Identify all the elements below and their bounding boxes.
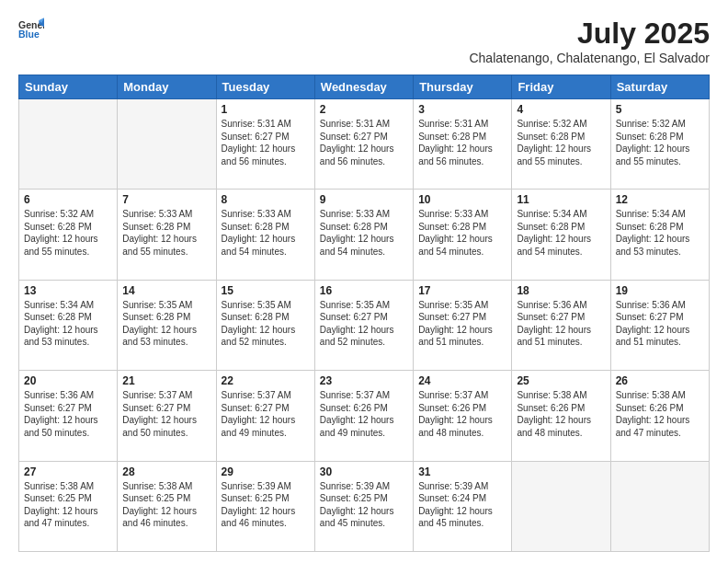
header-sunday: Sunday: [19, 75, 118, 99]
day-info: Sunrise: 5:39 AM Sunset: 6:24 PM Dayligh…: [418, 480, 506, 530]
header: General Blue July 2025 Chalatenango, Cha…: [18, 17, 710, 65]
day-info: Sunrise: 5:39 AM Sunset: 6:25 PM Dayligh…: [320, 480, 408, 530]
table-row: [610, 461, 709, 551]
table-row: 30Sunrise: 5:39 AM Sunset: 6:25 PM Dayli…: [314, 461, 413, 551]
day-info: Sunrise: 5:35 AM Sunset: 6:28 PM Dayligh…: [122, 299, 210, 349]
day-info: Sunrise: 5:31 AM Sunset: 6:27 PM Dayligh…: [320, 118, 408, 167]
table-row: 13Sunrise: 5:34 AM Sunset: 6:28 PM Dayli…: [19, 280, 118, 370]
day-number: 17: [418, 284, 506, 297]
table-row: 19Sunrise: 5:36 AM Sunset: 6:27 PM Dayli…: [610, 280, 709, 370]
header-saturday: Saturday: [610, 75, 709, 99]
day-info: Sunrise: 5:37 AM Sunset: 6:27 PM Dayligh…: [222, 389, 310, 439]
table-row: 11Sunrise: 5:34 AM Sunset: 6:28 PM Dayli…: [512, 190, 610, 280]
table-row: 12Sunrise: 5:34 AM Sunset: 6:28 PM Dayli…: [610, 190, 709, 280]
table-row: 24Sunrise: 5:37 AM Sunset: 6:26 PM Dayli…: [414, 371, 512, 461]
day-number: 18: [517, 284, 605, 297]
day-info: Sunrise: 5:33 AM Sunset: 6:28 PM Dayligh…: [418, 208, 506, 258]
day-number: 23: [320, 374, 408, 387]
table-row: 16Sunrise: 5:35 AM Sunset: 6:27 PM Dayli…: [314, 280, 413, 370]
day-number: 19: [616, 284, 704, 297]
table-row: 22Sunrise: 5:37 AM Sunset: 6:27 PM Dayli…: [216, 371, 314, 461]
day-info: Sunrise: 5:35 AM Sunset: 6:27 PM Dayligh…: [320, 299, 408, 349]
day-number: 16: [320, 284, 408, 297]
day-number: 6: [24, 193, 112, 206]
day-number: 25: [517, 374, 605, 387]
weekday-header-row: Sunday Monday Tuesday Wednesday Thursday…: [19, 75, 710, 99]
day-number: 14: [122, 284, 210, 297]
svg-text:Blue: Blue: [18, 29, 40, 40]
day-info: Sunrise: 5:39 AM Sunset: 6:25 PM Dayligh…: [222, 480, 310, 530]
header-monday: Monday: [118, 75, 216, 99]
day-number: 3: [418, 103, 506, 116]
calendar-table: Sunday Monday Tuesday Wednesday Thursday…: [18, 75, 710, 552]
day-number: 5: [616, 103, 704, 116]
day-number: 20: [24, 374, 112, 387]
page: General Blue July 2025 Chalatenango, Cha…: [0, 0, 728, 563]
table-row: 28Sunrise: 5:38 AM Sunset: 6:25 PM Dayli…: [118, 461, 216, 551]
calendar-week-row: 27Sunrise: 5:38 AM Sunset: 6:25 PM Dayli…: [19, 461, 710, 551]
day-info: Sunrise: 5:38 AM Sunset: 6:25 PM Dayligh…: [122, 480, 210, 530]
header-wednesday: Wednesday: [314, 75, 413, 99]
header-tuesday: Tuesday: [216, 75, 314, 99]
day-info: Sunrise: 5:35 AM Sunset: 6:28 PM Dayligh…: [222, 299, 310, 349]
day-number: 15: [222, 284, 310, 297]
day-number: 7: [122, 193, 210, 206]
table-row: [512, 461, 610, 551]
table-row: 18Sunrise: 5:36 AM Sunset: 6:27 PM Dayli…: [512, 280, 610, 370]
calendar-week-row: 13Sunrise: 5:34 AM Sunset: 6:28 PM Dayli…: [19, 280, 710, 370]
day-info: Sunrise: 5:33 AM Sunset: 6:28 PM Dayligh…: [122, 208, 210, 258]
day-info: Sunrise: 5:38 AM Sunset: 6:25 PM Dayligh…: [24, 480, 112, 530]
table-row: 4Sunrise: 5:32 AM Sunset: 6:28 PM Daylig…: [512, 99, 610, 190]
table-row: 15Sunrise: 5:35 AM Sunset: 6:28 PM Dayli…: [216, 280, 314, 370]
day-info: Sunrise: 5:36 AM Sunset: 6:27 PM Dayligh…: [616, 299, 704, 349]
day-number: 28: [122, 465, 210, 478]
table-row: 14Sunrise: 5:35 AM Sunset: 6:28 PM Dayli…: [118, 280, 216, 370]
calendar-week-row: 1Sunrise: 5:31 AM Sunset: 6:27 PM Daylig…: [19, 99, 710, 190]
day-info: Sunrise: 5:33 AM Sunset: 6:28 PM Dayligh…: [222, 208, 310, 258]
table-row: [118, 99, 216, 190]
day-info: Sunrise: 5:32 AM Sunset: 6:28 PM Dayligh…: [517, 118, 605, 167]
day-info: Sunrise: 5:38 AM Sunset: 6:26 PM Dayligh…: [616, 389, 704, 439]
day-number: 21: [122, 374, 210, 387]
header-friday: Friday: [512, 75, 610, 99]
day-info: Sunrise: 5:34 AM Sunset: 6:28 PM Dayligh…: [517, 208, 605, 258]
day-info: Sunrise: 5:31 AM Sunset: 6:28 PM Dayligh…: [418, 118, 506, 167]
day-number: 13: [24, 284, 112, 297]
table-row: 26Sunrise: 5:38 AM Sunset: 6:26 PM Dayli…: [610, 371, 709, 461]
calendar-week-row: 6Sunrise: 5:32 AM Sunset: 6:28 PM Daylig…: [19, 190, 710, 280]
day-number: 22: [222, 374, 310, 387]
day-number: 27: [24, 465, 112, 478]
day-number: 8: [222, 193, 310, 206]
generalblue-logo-icon: General Blue: [18, 17, 44, 42]
table-row: 9Sunrise: 5:33 AM Sunset: 6:28 PM Daylig…: [314, 190, 413, 280]
day-info: Sunrise: 5:36 AM Sunset: 6:27 PM Dayligh…: [24, 389, 112, 439]
table-row: 8Sunrise: 5:33 AM Sunset: 6:28 PM Daylig…: [216, 190, 314, 280]
table-row: 29Sunrise: 5:39 AM Sunset: 6:25 PM Dayli…: [216, 461, 314, 551]
day-info: Sunrise: 5:37 AM Sunset: 6:27 PM Dayligh…: [122, 389, 210, 439]
day-number: 29: [222, 465, 310, 478]
table-row: 27Sunrise: 5:38 AM Sunset: 6:25 PM Dayli…: [19, 461, 118, 551]
day-number: 31: [418, 465, 506, 478]
table-row: 20Sunrise: 5:36 AM Sunset: 6:27 PM Dayli…: [19, 371, 118, 461]
table-row: 31Sunrise: 5:39 AM Sunset: 6:24 PM Dayli…: [414, 461, 512, 551]
table-row: 7Sunrise: 5:33 AM Sunset: 6:28 PM Daylig…: [118, 190, 216, 280]
day-info: Sunrise: 5:36 AM Sunset: 6:27 PM Dayligh…: [517, 299, 605, 349]
calendar-subtitle: Chalatenango, Chalatenango, El Salvador: [469, 51, 710, 65]
day-number: 11: [517, 193, 605, 206]
day-number: 2: [320, 103, 408, 116]
day-number: 26: [616, 374, 704, 387]
table-row: 5Sunrise: 5:32 AM Sunset: 6:28 PM Daylig…: [610, 99, 709, 190]
table-row: [19, 99, 118, 190]
day-info: Sunrise: 5:32 AM Sunset: 6:28 PM Dayligh…: [24, 208, 112, 258]
table-row: 1Sunrise: 5:31 AM Sunset: 6:27 PM Daylig…: [216, 99, 314, 190]
calendar-week-row: 20Sunrise: 5:36 AM Sunset: 6:27 PM Dayli…: [19, 371, 710, 461]
calendar-title: July 2025: [469, 17, 710, 51]
day-info: Sunrise: 5:35 AM Sunset: 6:27 PM Dayligh…: [418, 299, 506, 349]
title-block: July 2025 Chalatenango, Chalatenango, El…: [469, 17, 710, 65]
table-row: 21Sunrise: 5:37 AM Sunset: 6:27 PM Dayli…: [118, 371, 216, 461]
day-number: 24: [418, 374, 506, 387]
day-info: Sunrise: 5:34 AM Sunset: 6:28 PM Dayligh…: [616, 208, 704, 258]
day-info: Sunrise: 5:33 AM Sunset: 6:28 PM Dayligh…: [320, 208, 408, 258]
day-number: 30: [320, 465, 408, 478]
day-info: Sunrise: 5:34 AM Sunset: 6:28 PM Dayligh…: [24, 299, 112, 349]
